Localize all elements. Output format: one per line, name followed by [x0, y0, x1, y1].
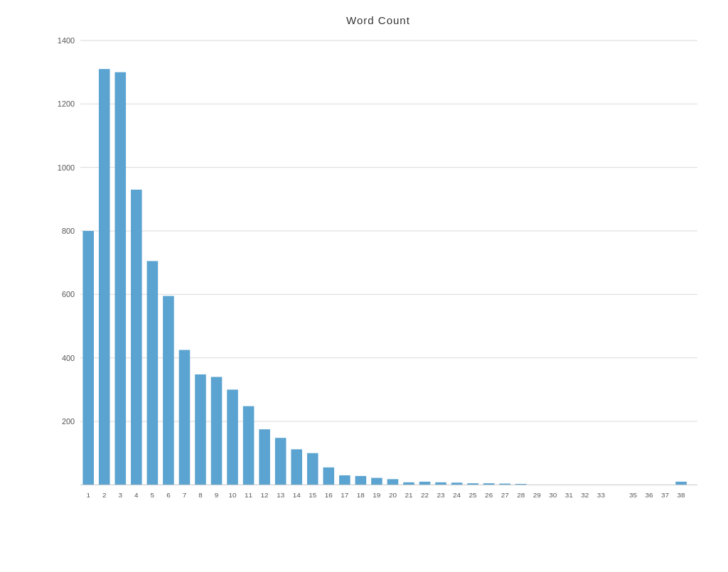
svg-text:1400: 1400: [58, 36, 75, 45]
svg-text:24: 24: [453, 491, 461, 499]
svg-text:36: 36: [645, 491, 653, 499]
svg-text:1200: 1200: [58, 99, 75, 108]
svg-rect-17: [115, 72, 127, 485]
svg-text:1: 1: [86, 491, 90, 499]
svg-text:30: 30: [549, 491, 557, 499]
svg-rect-16: [99, 69, 110, 485]
svg-text:31: 31: [565, 491, 574, 499]
bar-chart: 2004006008001000120014001234567891011121…: [43, 33, 714, 520]
svg-text:20: 20: [389, 491, 397, 499]
svg-rect-19: [147, 261, 159, 485]
svg-text:600: 600: [62, 290, 75, 298]
svg-text:7: 7: [183, 491, 187, 499]
svg-rect-20: [163, 296, 174, 485]
svg-rect-24: [227, 389, 238, 485]
svg-text:28: 28: [517, 491, 525, 499]
svg-rect-15: [82, 231, 94, 485]
svg-text:9: 9: [215, 491, 219, 499]
svg-text:1000: 1000: [58, 163, 75, 172]
svg-text:2: 2: [102, 491, 107, 499]
svg-rect-18: [131, 190, 142, 485]
svg-text:4: 4: [134, 491, 139, 499]
svg-rect-28: [291, 449, 302, 485]
svg-rect-23: [211, 377, 223, 485]
svg-text:27: 27: [501, 491, 510, 499]
svg-text:33: 33: [597, 491, 606, 499]
svg-rect-31: [339, 475, 350, 485]
svg-rect-38: [451, 482, 463, 485]
svg-rect-34: [387, 479, 399, 485]
svg-text:18: 18: [357, 491, 365, 499]
svg-text:400: 400: [62, 354, 75, 362]
svg-text:10: 10: [229, 491, 237, 499]
svg-rect-35: [403, 482, 414, 485]
svg-rect-30: [323, 468, 334, 485]
svg-rect-25: [243, 406, 255, 485]
svg-text:8: 8: [198, 491, 203, 499]
chart-title: Word Count: [43, 14, 714, 26]
svg-text:26: 26: [485, 491, 493, 499]
svg-text:32: 32: [581, 491, 589, 499]
svg-rect-37: [435, 482, 446, 485]
svg-rect-33: [371, 478, 382, 485]
svg-rect-36: [419, 482, 431, 485]
svg-text:5: 5: [151, 491, 155, 499]
svg-text:800: 800: [62, 227, 75, 235]
svg-text:25: 25: [469, 491, 478, 499]
svg-text:16: 16: [325, 491, 333, 499]
svg-text:11: 11: [245, 491, 253, 499]
svg-text:6: 6: [166, 491, 171, 499]
svg-text:14: 14: [293, 491, 301, 499]
svg-rect-32: [355, 476, 367, 485]
svg-text:21: 21: [405, 491, 413, 499]
svg-text:22: 22: [421, 491, 429, 499]
svg-text:15: 15: [309, 491, 317, 499]
svg-rect-26: [259, 429, 270, 485]
svg-text:12: 12: [261, 491, 269, 499]
svg-text:37: 37: [661, 491, 670, 499]
svg-text:23: 23: [437, 491, 446, 499]
svg-text:38: 38: [678, 491, 686, 499]
svg-rect-27: [275, 438, 287, 485]
svg-text:13: 13: [277, 491, 285, 499]
svg-rect-43: [675, 482, 687, 485]
svg-text:29: 29: [533, 491, 542, 499]
svg-text:200: 200: [62, 417, 75, 426]
svg-text:17: 17: [341, 491, 349, 499]
svg-text:3: 3: [119, 491, 123, 499]
svg-rect-22: [195, 374, 206, 485]
svg-rect-29: [307, 453, 318, 485]
chart-area: 2004006008001000120014001234567891011121…: [43, 33, 714, 520]
svg-text:35: 35: [629, 491, 638, 499]
svg-text:19: 19: [373, 491, 381, 499]
svg-rect-21: [179, 350, 191, 485]
chart-container: Word Count 20040060080010001200140012345…: [0, 0, 728, 572]
